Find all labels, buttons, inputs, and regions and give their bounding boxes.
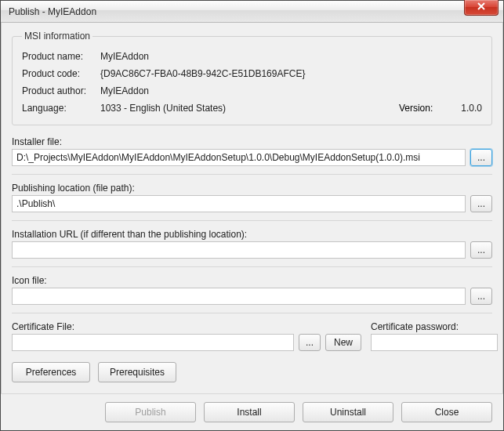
install-button[interactable]: Install	[204, 402, 295, 422]
msi-information-group: MSI information Product name: MyIEAddon …	[12, 31, 492, 125]
installation-url-label: Installation URL (if different than the …	[12, 229, 492, 240]
certificate-password-input[interactable]	[371, 334, 498, 351]
footer-buttons: Publish Install Uninstall Close	[1, 393, 503, 430]
separator	[12, 313, 492, 313]
separator	[12, 266, 492, 267]
msi-legend: MSI information	[22, 31, 92, 42]
installer-browse-button[interactable]: ...	[470, 149, 492, 166]
installer-file-label: Installer file:	[12, 136, 492, 147]
publishing-location-label: Publishing location (file path):	[12, 183, 492, 194]
close-icon	[477, 2, 486, 13]
installation-url-input[interactable]	[12, 241, 466, 259]
language-value: 1033 - English (United States)	[100, 103, 226, 114]
installation-url-browse-button[interactable]: ...	[470, 241, 492, 259]
close-button[interactable]: Close	[401, 402, 492, 422]
language-label: Language:	[22, 103, 100, 114]
certificate-file-input[interactable]	[12, 334, 294, 351]
product-author-value: MyIEAddon	[100, 85, 149, 96]
publishing-location-browse-button[interactable]: ...	[470, 195, 492, 212]
icon-file-browse-button[interactable]: ...	[470, 288, 492, 305]
preferences-button[interactable]: Preferences	[12, 362, 90, 382]
product-name-value: MyIEAddon	[100, 51, 149, 62]
product-code-value: {D9AC86C7-FBA0-48B9-942C-E51DB169AFCE}	[100, 68, 305, 79]
separator	[12, 220, 492, 221]
window-title: Publish - MyIEAddon	[9, 6, 96, 17]
certificate-file-label: Certificate File:	[12, 321, 361, 332]
content-area: MSI information Product name: MyIEAddon …	[1, 23, 503, 392]
icon-file-input[interactable]	[12, 288, 466, 305]
icon-file-label: Icon file:	[12, 275, 492, 286]
publish-button[interactable]: Publish	[105, 402, 196, 422]
dialog-window: Publish - MyIEAddon MSI information Prod…	[0, 0, 504, 431]
certificate-file-browse-button[interactable]: ...	[299, 334, 321, 351]
separator	[12, 174, 492, 175]
product-name-label: Product name:	[22, 51, 100, 62]
version-label: Version:	[399, 103, 433, 114]
certificate-new-button[interactable]: New	[325, 334, 361, 351]
installer-file-input[interactable]	[12, 149, 466, 166]
prerequisites-button[interactable]: Prerequisites	[98, 362, 176, 382]
product-author-label: Product author:	[22, 85, 100, 96]
version-value: 1.0.0	[461, 103, 482, 114]
titlebar: Publish - MyIEAddon	[1, 1, 503, 23]
uninstall-button[interactable]: Uninstall	[303, 402, 393, 422]
publishing-location-input[interactable]	[12, 195, 466, 212]
product-code-label: Product code:	[22, 68, 100, 79]
certificate-password-label: Certificate password:	[371, 321, 492, 332]
close-window-button[interactable]	[464, 0, 499, 16]
